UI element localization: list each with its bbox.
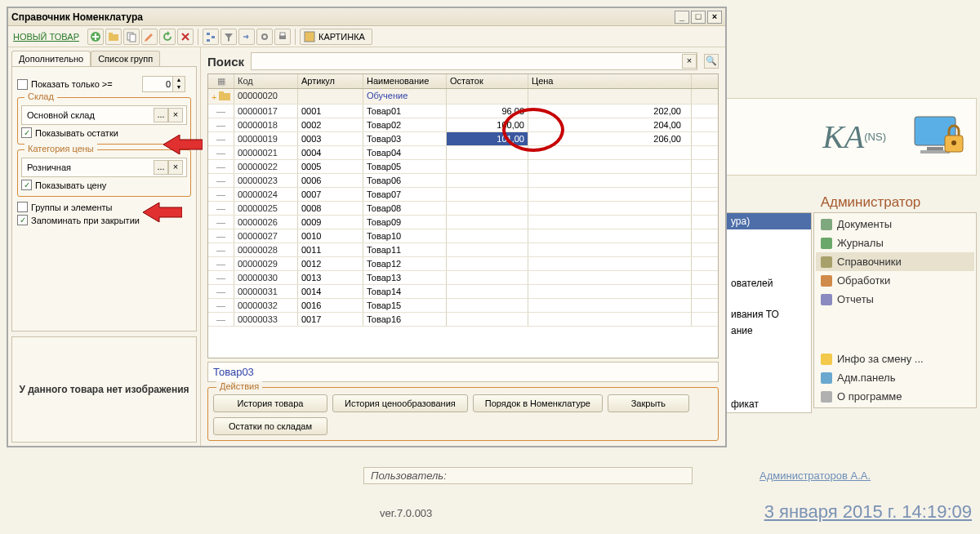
minimize-button[interactable]: _ <box>675 11 689 24</box>
nomenclature-window: Справочник Номенклатура _ □ × НОВЫЙ ТОВА… <box>7 7 727 447</box>
table-row[interactable]: —000000300013Товар13 <box>208 271 718 285</box>
svg-rect-7 <box>109 33 113 35</box>
pricing-history-button[interactable]: История ценообразования <box>332 394 468 412</box>
nav-admin-panel[interactable]: Адм.панель <box>816 368 974 387</box>
hierarchy-icon[interactable] <box>203 29 219 45</box>
add-icon[interactable] <box>87 29 104 45</box>
app-logo-panel: KA (NS) <box>724 98 977 176</box>
tab-additional[interactable]: Дополнительно <box>11 51 91 66</box>
grid-header-name[interactable]: Наименование <box>363 74 447 88</box>
grid-header-article[interactable]: Артикул <box>298 74 363 88</box>
nav-processing[interactable]: Обработки <box>816 271 974 290</box>
maximize-button[interactable]: □ <box>691 11 706 24</box>
nav-journals[interactable]: Журналы <box>816 234 974 252</box>
filter-icon[interactable] <box>220 29 237 45</box>
settings-icon[interactable] <box>256 29 273 45</box>
picture-icon <box>304 31 315 42</box>
table-row[interactable]: —000000230006Товар06 <box>208 174 718 188</box>
tab-groups[interactable]: Список групп <box>91 51 160 66</box>
groups-elements-checkbox[interactable] <box>17 202 28 212</box>
edit-icon[interactable] <box>141 29 158 45</box>
grid-header-balance[interactable]: Остаток <box>447 74 528 88</box>
svg-rect-15 <box>280 33 285 36</box>
bg-list-item[interactable]: ователей <box>726 275 811 291</box>
user-name[interactable]: Администраторов А.А. <box>760 469 871 482</box>
nav-about[interactable]: О программе <box>816 387 974 406</box>
actions-panel: Действия История товара История ценообра… <box>207 387 719 441</box>
about-icon <box>821 391 832 403</box>
item-history-button[interactable]: История товара <box>213 394 327 412</box>
spin-up-icon[interactable]: ▲ <box>173 77 185 84</box>
stock-by-warehouse-button[interactable]: Остатки по складам <box>213 417 327 435</box>
show-only-spinner[interactable]: ▲▼ <box>142 76 191 92</box>
datetime-label: 3 января 2015 г. 14:19:09 <box>764 501 972 523</box>
svg-rect-11 <box>212 36 215 38</box>
table-row[interactable]: —000000190003Товар03101,00206,00 <box>208 132 718 146</box>
ellipsis-button[interactable]: ... <box>154 108 168 122</box>
copy-icon[interactable] <box>123 29 140 45</box>
bg-list-item[interactable]: ивания ТО <box>726 306 811 323</box>
close-action-button[interactable]: Закрыть <box>608 394 689 412</box>
bg-list-item[interactable]: фикат <box>726 396 811 412</box>
table-row[interactable]: —000000280011Товар11 <box>208 243 718 257</box>
svg-rect-10 <box>207 33 210 35</box>
side-panel: Дополнительно Список групп Показать толь… <box>8 47 201 446</box>
warehouse-select[interactable]: ... × <box>21 105 187 125</box>
show-only-checkbox[interactable] <box>17 79 28 90</box>
spin-down-icon[interactable]: ▼ <box>173 84 185 91</box>
search-icon[interactable]: 🔍 <box>704 54 719 69</box>
table-row[interactable]: —000000240007Товар07 <box>208 188 718 202</box>
table-row[interactable]: —000000180002Товар02100,00204,00 <box>208 118 718 132</box>
price-category-select[interactable]: ... × <box>21 158 187 177</box>
ellipsis-button[interactable]: ... <box>154 160 168 175</box>
table-row[interactable]: —000000250008Товар08 <box>208 202 718 216</box>
table-row[interactable]: —000000290012Товар12 <box>208 257 718 271</box>
app-logo-text: KA <box>822 118 864 156</box>
show-price-checkbox[interactable] <box>21 180 32 190</box>
remember-label: Запоминать при закрытии <box>31 216 140 225</box>
refresh-icon[interactable] <box>159 29 176 45</box>
ref-icon <box>821 256 832 268</box>
nav-reports[interactable]: Отчеты <box>816 290 974 309</box>
add-folder-icon[interactable] <box>105 29 122 45</box>
table-row[interactable]: —000000270010Товар10 <box>208 229 718 243</box>
table-row[interactable]: —000000260009Товар09 <box>208 216 718 229</box>
bg-list-item[interactable]: ание <box>726 323 811 339</box>
remember-checkbox[interactable] <box>17 215 28 225</box>
titlebar[interactable]: Справочник Номенклатура _ □ × <box>8 8 725 26</box>
window-title: Справочник Номенклатура <box>11 11 143 23</box>
delete-icon[interactable] <box>177 29 194 45</box>
table-row[interactable]: —000000210004Товар04 <box>208 146 718 160</box>
table-row[interactable]: —000000170001Товар0196,00202,00 <box>208 105 718 118</box>
new-item-link[interactable]: НОВЫЙ ТОВАР <box>13 32 79 42</box>
nav-references[interactable]: Справочники <box>816 252 974 271</box>
grid-header-price[interactable]: Цена <box>528 74 692 88</box>
show-only-label: Показать только >= <box>31 79 139 89</box>
nav-documents[interactable]: Документы <box>816 215 974 234</box>
nav-shift-info[interactable]: Инфо за смену ... <box>816 349 974 368</box>
close-button[interactable]: × <box>707 11 722 24</box>
grid-header-icon[interactable]: ▦ <box>208 74 234 88</box>
table-row[interactable]: —000000320016Товар15 <box>208 299 718 313</box>
app-logo-ns: (NS) <box>864 131 886 143</box>
print-icon[interactable] <box>274 29 291 45</box>
search-input[interactable]: × <box>251 52 697 70</box>
user-label: Пользователь: <box>363 469 693 482</box>
show-balance-checkbox[interactable] <box>21 127 32 138</box>
items-grid[interactable]: ▦ Код Артикул Наименование Остаток Цена … <box>207 73 719 358</box>
selected-item-name: Товар03 <box>207 362 719 382</box>
table-row[interactable]: —000000330017Товар16 <box>208 313 718 327</box>
table-row[interactable]: —000000310014Товар14 <box>208 285 718 299</box>
picture-button[interactable]: КАРТИНКА <box>300 29 372 45</box>
clear-search-icon[interactable]: × <box>682 54 697 69</box>
clear-button[interactable]: × <box>168 108 183 122</box>
grid-header-code[interactable]: Код <box>234 74 298 88</box>
svg-point-13 <box>262 34 267 39</box>
bg-list-item[interactable]: ура) <box>726 213 811 229</box>
table-row[interactable]: + 00000020Обучение <box>208 89 718 105</box>
table-row[interactable]: —000000220005Товар05 <box>208 160 718 174</box>
clear-button[interactable]: × <box>168 160 183 175</box>
nomenclature-order-button[interactable]: Порядок в Номенклатуре <box>473 394 603 412</box>
move-icon[interactable] <box>238 29 255 45</box>
svg-rect-9 <box>130 34 136 42</box>
